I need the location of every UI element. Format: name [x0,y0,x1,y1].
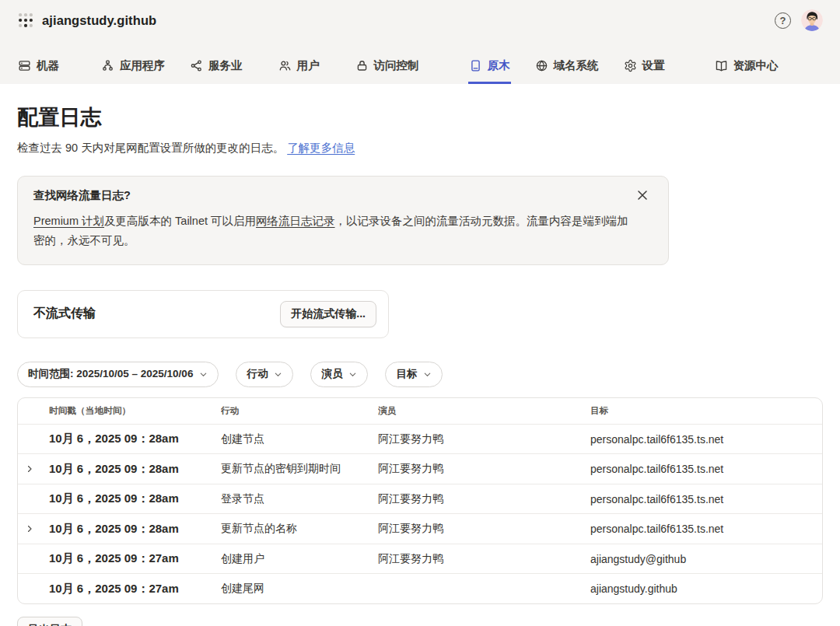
row-actor: 阿江要努力鸭 [378,462,590,476]
nav-resources-label: 资源中心 [733,58,779,73]
chevron-down-icon [348,370,357,379]
row-action: 创建用户 [221,552,378,566]
row-timestamp: 10月 6，2025 09：28am [49,462,221,477]
actor-column-header: 演员 [378,405,590,417]
nav-dns-label: 域名系统 [554,58,599,73]
help-icon[interactable]: ? [775,12,791,29]
nav-resources[interactable]: 资源中心 [714,50,779,84]
flow-logging-link[interactable]: 网络流日志记录 [256,215,335,227]
nav-users[interactable]: 用户 [278,50,320,84]
chevron-right-icon [25,524,34,533]
nav-logs[interactable]: 原木 [468,50,511,84]
row-timestamp: 10月 6，2025 09：27am [49,551,221,566]
chevron-down-icon [274,370,282,379]
row-actor: 阿江要努力鸭 [378,492,590,506]
nav-access-controls-label: 访问控制 [374,58,419,73]
notice-text-1: 及更高版本的 Tailnet 可以启用 [104,215,256,227]
row-timestamp: 10月 6，2025 09：28am [49,491,221,506]
nav-apps-label: 应用程序 [120,58,165,73]
nav-machines[interactable]: 机器 [17,50,60,84]
page-title: 配置日志 [17,103,823,131]
target-filter-label: 目标 [396,367,417,381]
row-expander[interactable] [18,524,49,533]
page-description: 检查过去 90 天内对尾网配置设置所做的更改的日志。 了解更多信息 [17,141,823,156]
nav-settings[interactable]: 设置 [623,50,666,84]
row-target: ajiangstudy@github [590,553,822,565]
filter-bar: 时间范围: 2025/10/05 – 2025/10/06 行动 演员 目标 [17,362,823,387]
log-streaming-card: 不流式传输 开始流式传输... [17,290,389,338]
row-timestamp: 10月 6，2025 09：28am [49,432,221,446]
row-target: personalpc.tail6f6135.ts.net [590,463,822,475]
premium-plan-link[interactable]: Premium 计划 [33,215,104,227]
page-description-text: 检查过去 90 天内对尾网配置设置所做的更改的日志。 [17,142,284,154]
nav-machines-label: 机器 [37,58,59,73]
timestamp-column-header: 时间戳（当地时间） [49,405,221,417]
row-timestamp: 10月 6，2025 09：27am [49,582,221,596]
time-range-filter-label: 时间范围: 2025/10/05 – 2025/10/06 [28,367,193,381]
action-filter[interactable]: 行动 [236,362,293,387]
row-action: 更新节点的名称 [221,522,378,536]
target-filter[interactable]: 目标 [385,362,443,387]
primary-nav: 机器 应用程序 服务业 [17,34,823,84]
tailscale-logo-icon [17,12,34,29]
table-row: 10月 6，2025 09：27am 创建用户 阿江要努力鸭 ajiangstu… [18,544,822,574]
nav-logs-label: 原木 [488,58,510,73]
row-actor: 阿江要努力鸭 [378,432,590,446]
nav-users-label: 用户 [297,58,320,73]
table-row: 10月 6，2025 09：28am 创建节点 阿江要努力鸭 personalp… [18,424,822,454]
row-actor: 阿江要努力鸭 [378,522,590,536]
table-row: 10月 6，2025 09：28am 登录节点 阿江要努力鸭 personalp… [18,484,822,514]
nav-access-controls[interactable]: 访问控制 [355,50,420,84]
users-icon [278,59,292,72]
lock-icon [355,59,369,72]
close-icon[interactable] [635,188,649,202]
gear-icon [624,59,637,72]
avatar[interactable] [801,9,823,31]
nav-services[interactable]: 服务业 [189,50,243,84]
notice-body: Premium 计划及更高版本的 Tailnet 可以启用网络流日志记录，以记录… [33,212,653,250]
table-row: 10月 6，2025 09：27am 创建尾网 ajiangstudy.gith… [18,573,822,603]
machines-icon [18,59,31,72]
chevron-right-icon [25,464,34,474]
row-expander[interactable] [18,464,49,474]
open-book-icon [715,59,728,72]
row-action: 创建尾网 [221,582,378,596]
row-action: 更新节点的密钥到期时间 [221,462,378,476]
table-body: 10月 6，2025 09：28am 创建节点 阿江要努力鸭 personalp… [18,424,822,603]
row-actor: 阿江要努力鸭 [378,552,590,566]
action-filter-label: 行动 [247,367,268,381]
table-row: 10月 6，2025 09：28am 更新节点的密钥到期时间 阿江要努力鸭 pe… [18,453,822,484]
config-log-table: 时间戳（当地时间） 行动 演员 目标 10月 6，2025 09：28am 创建… [17,397,823,604]
row-action: 创建节点 [221,432,378,446]
services-icon [190,59,203,72]
notice-title: 查找网络流量日志? [33,188,131,203]
table-header: 时间戳（当地时间） 行动 演员 目标 [18,398,822,424]
action-column-header: 行动 [221,405,378,417]
chevron-down-icon [199,370,208,379]
nav-apps[interactable]: 应用程序 [100,50,166,84]
logs-icon [469,59,482,72]
row-target: personalpc.tail6f6135.ts.net [590,523,822,535]
actor-filter[interactable]: 演员 [310,362,368,387]
export-logs-button[interactable]: 导出日志 [17,617,82,626]
row-target: personalpc.tail6f6135.ts.net [590,493,822,505]
row-action: 登录节点 [221,492,378,506]
learn-more-link[interactable]: 了解更多信息 [287,142,355,154]
nav-settings-label: 设置 [642,58,665,73]
row-target: ajiangstudy.github [590,582,822,595]
row-target: personalpc.tail6f6135.ts.net [590,433,822,446]
start-streaming-button[interactable]: 开始流式传输... [280,301,376,327]
org-name[interactable]: ajiangstudy.github [42,13,156,28]
main-content: 配置日志 检查过去 90 天内对尾网配置设置所做的更改的日志。 了解更多信息 查… [0,103,840,626]
header-row: ajiangstudy.github ? [17,6,823,34]
time-range-filter[interactable]: 时间范围: 2025/10/05 – 2025/10/06 [17,362,219,387]
table-row: 10月 6，2025 09：28am 更新节点的名称 阿江要努力鸭 person… [18,513,822,544]
globe-icon [535,59,548,72]
streaming-status: 不流式传输 [33,306,96,322]
header-actions: ? [775,9,823,31]
top-bar: ajiangstudy.github ? [0,0,840,84]
chevron-down-icon [423,370,432,379]
nav-dns[interactable]: 域名系统 [534,50,600,84]
actor-filter-label: 演员 [321,367,342,381]
network-flow-logs-notice: 查找网络流量日志? Premium 计划及更高版本的 Tailnet 可以启用网… [17,176,669,265]
